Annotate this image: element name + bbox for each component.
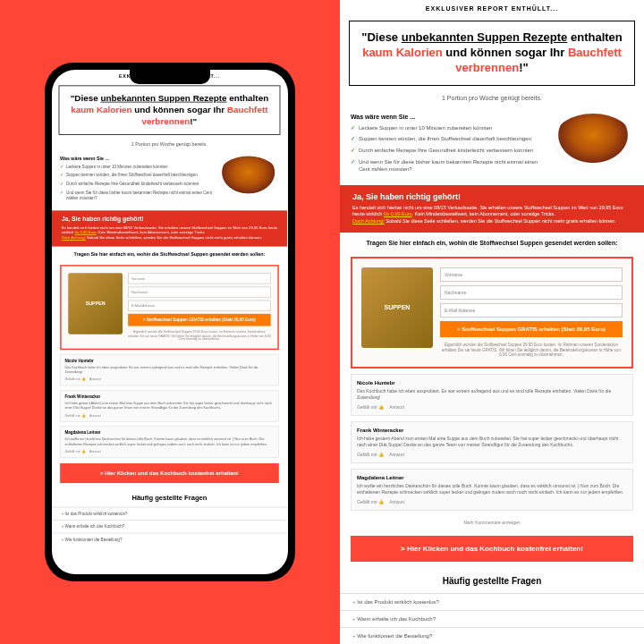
testimonial: Magdalena Leitner Ich wollte ein herzlic… (60, 426, 279, 458)
testimonial-text: Das Kochbuch habe ich eben ausprobiert. … (64, 365, 274, 375)
benefit-item: ✓Leckere Suppen in unter 10 Minuten zube… (351, 125, 546, 132)
phone-screen: EXKLUSIVER REPORT ENTHÜLLT... "Diese unb… (52, 70, 288, 574)
benefit-item: ✓Suppen kennen würden, die Ihren Stoffwe… (351, 136, 546, 143)
form-disclaimer: Eigentlich würden die Stoffwechsel Suppe… (128, 330, 270, 342)
email-input[interactable]: E-Mail-Adresse (440, 303, 623, 318)
headline: "Diese unbekannten Suppen Rezepte enthal… (359, 30, 625, 76)
thumb-up-icon: 👍 (378, 452, 384, 457)
testimonial-text: Ich habe gestern Abend zum ersten Mal ei… (64, 401, 274, 411)
benefit-item: ✓Durch einfache Rezepte Ihre Gesundheit … (351, 148, 546, 155)
reply-button[interactable]: Antwort (89, 413, 101, 418)
testimonial-name: Frank Winteracker (357, 428, 627, 433)
optin-form: Vorname Nachname E-Mail-Adresse > Stoffw… (60, 265, 279, 350)
faq-item[interactable]: Wie funktioniert die Bestellung? (52, 533, 287, 546)
reply-button[interactable]: Antwort (389, 404, 404, 410)
headline: "Diese unbekannten Suppen Rezepte enthal… (66, 93, 273, 128)
testimonial-name: Nicole Huntebr (64, 359, 274, 363)
thumb-up-icon: 👍 (81, 377, 86, 382)
submit-button[interactable]: > Stoffwechsel Suppen GRATIS erhalten (S… (128, 314, 270, 326)
testimonial-name: Magdalena Leitner (357, 475, 627, 480)
benefits-head: Was wäre wenn Sie ... (60, 156, 212, 160)
phone-notch (130, 70, 210, 84)
benefits-row: Was wäre wenn Sie ... ✓Leckere Suppen in… (52, 150, 287, 210)
testimonial-text: Ich wollte ein herzliches Dankeschön für… (357, 483, 627, 496)
main-cta-button[interactable]: > Hier Klicken und das Kochbuch kostenfr… (60, 463, 279, 483)
main-cta-button[interactable]: > Hier Klicken und das Kochbuch kostenfr… (351, 536, 633, 562)
testimonial-text: Das Kochbuch habe ich eben ausprobiert. … (357, 388, 627, 401)
phone-mockup-panel: EXKLUSIVER REPORT ENTHÜLLT... "Diese unb… (0, 0, 340, 644)
faq-item[interactable]: Wann erhalte ich das Kochbuch? (340, 610, 644, 627)
benefits-row: Was wäre wenn Sie ... ✓Leckere Suppen in… (340, 106, 644, 185)
like-button[interactable]: Gefällt mir 👍 (357, 499, 384, 504)
attention-body: Es handelt sich hierbei nicht um eine 08… (352, 205, 631, 225)
form-heading: Tragen Sie hier einfach ein, wohin die S… (340, 233, 644, 253)
faq-item[interactable]: Wie funktioniert die Bestellung? (340, 627, 644, 644)
reply-button[interactable]: Antwort (89, 377, 101, 382)
like-button[interactable]: Gefällt mir 👍 (357, 452, 384, 457)
email-input[interactable]: E-Mail-Adresse (128, 300, 270, 310)
subline: 1 Portion pro Woche genügt bereits. (52, 138, 287, 150)
firstname-input[interactable]: Vorname (128, 273, 270, 284)
desktop-preview-panel: EXKLUSIVER REPORT ENTHÜLLT... "Diese unb… (340, 0, 644, 644)
attention-title: Ja, Sie haben richtig gehört! (62, 216, 278, 223)
show-more-comments[interactable]: Mehr Kommentare anzeigen (340, 516, 644, 529)
soup-bowl-image (217, 156, 278, 197)
headline-box: "Diese unbekannten Suppen Rezepte enthal… (59, 85, 281, 134)
faq-item[interactable]: Wann erhalte ich das Kochbuch? (52, 520, 287, 532)
thumb-up-icon: 👍 (378, 404, 384, 410)
lastname-input[interactable]: Nachname (128, 286, 270, 297)
attention-bar: Ja, Sie haben richtig gehört! Es handelt… (52, 210, 287, 246)
faq-item[interactable]: Ist das Produkt wirklich kostenlos? (340, 593, 644, 610)
check-icon: ✓ (60, 182, 64, 188)
like-button[interactable]: Gefällt mir 👍 (64, 377, 85, 382)
testimonial-name: Magdalena Leitner (64, 431, 274, 436)
benefits-head: Was wäre wenn Sie ... (351, 114, 546, 120)
testimonial-name: Nicole Huntebr (357, 380, 627, 386)
soup-bowl-image (553, 114, 633, 167)
faq-item[interactable]: Ist das Produkt wirklich kostenlos? (52, 507, 287, 520)
submit-button[interactable]: > Stoffwechsel Suppen GRATIS erhalten (S… (440, 321, 623, 337)
thumb-up-icon: 👍 (81, 449, 86, 453)
like-button[interactable]: Gefällt mir 👍 (357, 404, 384, 410)
book-image (361, 267, 433, 348)
subline: 1 Portion pro Woche genügt bereits. (340, 89, 644, 106)
benefit-item: ✓Und wenn Sie für diese bisher kaum beka… (351, 159, 546, 174)
optin-form: Vorname Nachname E-Mail-Adresse > Stoffw… (351, 257, 633, 369)
headline-box: "Diese unbekannten Suppen Rezepte enthal… (349, 21, 635, 86)
like-button[interactable]: Gefällt mir 👍 (64, 413, 85, 418)
testimonial: Nicole Huntebr Das Kochbuch habe ich ebe… (60, 354, 279, 386)
faq-heading: Häufig gestellte Fragen (340, 569, 644, 593)
check-icon: ✓ (60, 174, 64, 179)
testimonial: Nicole Huntebr Das Kochbuch habe ich ebe… (351, 374, 633, 416)
thumb-up-icon: 👍 (81, 413, 86, 418)
book-image (68, 273, 123, 334)
testimonial: Frank Winteracker Ich habe gestern Abend… (60, 390, 279, 422)
check-icon: ✓ (351, 136, 355, 143)
testimonial-name: Frank Winteracker (64, 394, 274, 399)
reply-button[interactable]: Antwort (389, 452, 404, 457)
attention-body: Es handelt sich hierbei nicht um eine 08… (62, 225, 278, 242)
like-button[interactable]: Gefällt mir 👍 (64, 449, 85, 453)
check-icon: ✓ (60, 165, 64, 170)
form-heading: Tragen Sie hier einfach ein, wohin die S… (52, 246, 287, 261)
thumb-up-icon: 👍 (378, 499, 384, 504)
check-icon: ✓ (351, 148, 355, 155)
attention-bar: Ja, Sie haben richtig gehört! Es handelt… (340, 185, 644, 233)
benefit-item: ✓Durch einfache Rezepte Ihre Gesundheit … (60, 182, 212, 188)
reply-button[interactable]: Antwort (89, 449, 101, 453)
check-icon: ✓ (351, 159, 355, 174)
form-disclaimer: Eigentlich würden die Stoffwechsel Suppe… (440, 343, 623, 359)
benefit-item: ✓Leckere Suppen in unter 10 Minuten zube… (60, 165, 212, 170)
benefit-item: ✓Und wenn Sie für diese bisher kaum beka… (60, 191, 212, 201)
testimonial: Frank Winteracker Ich habe gestern Abend… (351, 421, 633, 463)
attention-title: Ja, Sie haben richtig gehört! (352, 192, 631, 201)
check-icon: ✓ (60, 191, 64, 201)
eyebrow: EXKLUSIVER REPORT ENTHÜLLT... (340, 0, 644, 17)
testimonial: Magdalena Leitner Ich wollte ein herzlic… (351, 469, 633, 511)
firstname-input[interactable]: Vorname (440, 267, 623, 282)
testimonial-text: Ich habe gestern Abend zum ersten Mal ei… (357, 436, 627, 448)
lastname-input[interactable]: Nachname (440, 285, 623, 300)
phone-frame: EXKLUSIVER REPORT ENTHÜLLT... "Diese unb… (45, 63, 295, 581)
faq-heading: Häufig gestellte Fragen (52, 488, 287, 507)
reply-button[interactable]: Antwort (389, 499, 404, 504)
